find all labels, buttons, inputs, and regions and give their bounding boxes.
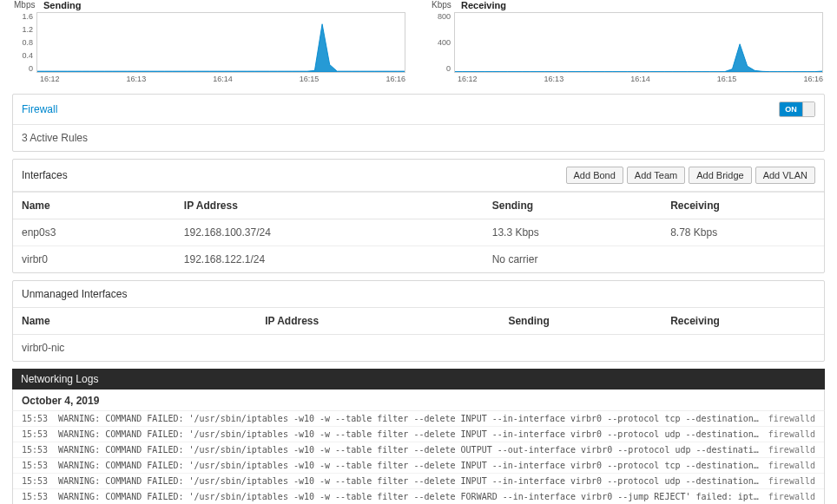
interfaces-title: Interfaces: [22, 169, 68, 181]
add-vlan-button[interactable]: Add VLAN: [755, 167, 815, 184]
x-tick: 16:16: [803, 75, 823, 83]
log-time: 15:53: [22, 414, 53, 423]
chart-sending-yaxis: 1.61.20.80.40: [14, 12, 36, 73]
x-tick: 16:16: [386, 75, 405, 83]
chart-receiving-title: Receiving: [461, 0, 506, 10]
log-message: WARNING: COMMAND_FAILED: '/usr/sbin/ipta…: [58, 476, 761, 486]
log-entry[interactable]: 15:53WARNING: COMMAND_FAILED: '/usr/sbin…: [13, 489, 824, 504]
log-source: firewalld: [767, 461, 815, 470]
log-source: firewalld: [767, 414, 815, 423]
unmanaged-col-name: Name: [13, 308, 256, 335]
x-tick: 16:14: [630, 75, 650, 83]
unmanaged-table: Name IP Address Sending Receiving virbr0…: [13, 307, 824, 361]
chart-sending-title: Sending: [43, 0, 81, 10]
log-source: firewalld: [767, 492, 815, 501]
x-tick: 16:13: [544, 75, 564, 83]
unmanaged-panel: Unmanaged Interfaces Name IP Address Sen…: [12, 280, 825, 362]
cell-ip: 192.168.122.1/24: [175, 246, 484, 273]
log-time: 15:53: [22, 461, 53, 470]
x-tick: 16:14: [213, 75, 233, 83]
chart-sending-unit: Mbps: [14, 0, 35, 10]
log-entry[interactable]: 15:53WARNING: COMMAND_FAILED: '/usr/sbin…: [13, 427, 824, 442]
chart-receiving-plot: [454, 12, 823, 73]
cell-recv: [662, 246, 824, 273]
x-tick: 16:12: [458, 75, 478, 83]
log-message: WARNING: COMMAND_FAILED: '/usr/sbin/ipta…: [58, 445, 761, 455]
y-tick: 800: [432, 12, 451, 21]
firewall-toggle[interactable]: ON: [779, 101, 815, 117]
table-row[interactable]: virbr0192.168.122.1/24No carrier: [13, 246, 824, 273]
cell-name: virbr0: [13, 246, 175, 273]
chart-receiving-xaxis: 16:1216:1316:1416:1516:16: [458, 73, 823, 83]
x-tick: 16:15: [300, 75, 320, 83]
add-bridge-button[interactable]: Add Bridge: [689, 167, 751, 184]
log-time: 15:53: [22, 429, 53, 439]
interfaces-col-ip: IP Address: [175, 193, 484, 219]
log-message: WARNING: COMMAND_FAILED: '/usr/sbin/ipta…: [58, 461, 761, 470]
x-tick: 16:13: [127, 75, 147, 83]
chart-receiving-unit: Kbps: [432, 0, 451, 10]
interfaces-col-name: Name: [13, 193, 175, 219]
add-team-button[interactable]: Add Team: [627, 167, 685, 184]
y-tick: 0: [432, 64, 451, 73]
log-source: firewalld: [767, 445, 815, 455]
unmanaged-title: Unmanaged Interfaces: [22, 288, 127, 300]
log-entry[interactable]: 15:53WARNING: COMMAND_FAILED: '/usr/sbin…: [13, 411, 824, 427]
log-source: firewalld: [767, 429, 815, 439]
chart-sending-plot: [36, 12, 405, 73]
y-tick: 1.6: [14, 12, 33, 21]
logs-date: October 4, 2019: [12, 389, 825, 411]
log-message: WARNING: COMMAND_FAILED: '/usr/sbin/ipta…: [58, 429, 761, 439]
interfaces-table: Name IP Address Sending Receiving enp0s3…: [13, 192, 824, 272]
cell-name: virbr0-nic: [13, 335, 256, 362]
cell-name: enp0s3: [13, 219, 175, 246]
x-tick: 16:12: [40, 75, 60, 83]
y-tick: 1.2: [14, 25, 33, 34]
table-row[interactable]: virbr0-nic: [13, 335, 824, 362]
firewall-panel: Firewall ON 3 Active Rules: [12, 94, 825, 152]
y-tick: 0: [14, 64, 33, 73]
interfaces-col-send: Sending: [484, 193, 662, 219]
logs-panel: Networking Logs October 4, 2019 15:53WAR…: [12, 369, 825, 504]
chart-sending-xaxis: 16:1216:1316:1416:1516:16: [40, 73, 405, 83]
unmanaged-col-send: Sending: [499, 308, 662, 335]
firewall-toggle-label: ON: [780, 102, 802, 116]
log-time: 15:53: [22, 476, 53, 486]
cell-send: No carrier: [484, 246, 662, 273]
chart-receiving: Kbps Receiving 8004000 16:1216:1316:1416…: [432, 0, 823, 83]
chart-receiving-yaxis: 8004000: [432, 12, 454, 73]
firewall-link[interactable]: Firewall: [22, 103, 57, 115]
x-tick: 16:15: [717, 75, 737, 83]
log-source: firewalld: [767, 476, 815, 486]
add-bond-button[interactable]: Add Bond: [566, 167, 623, 184]
unmanaged-col-ip: IP Address: [256, 308, 499, 335]
cell-ip: [256, 335, 499, 362]
y-tick: 0.8: [14, 38, 33, 47]
cell-send: [499, 335, 662, 362]
log-entry[interactable]: 15:53WARNING: COMMAND_FAILED: '/usr/sbin…: [13, 458, 824, 474]
cell-recv: [662, 335, 824, 362]
interfaces-panel: Interfaces Add Bond Add Team Add Bridge …: [12, 159, 825, 273]
cell-send: 13.3 Kbps: [484, 219, 662, 246]
cell-recv: 8.78 Kbps: [662, 219, 824, 246]
unmanaged-col-recv: Receiving: [662, 308, 824, 335]
log-entry[interactable]: 15:53WARNING: COMMAND_FAILED: '/usr/sbin…: [13, 442, 824, 458]
logs-title: Networking Logs: [12, 369, 825, 389]
log-message: WARNING: COMMAND_FAILED: '/usr/sbin/ipta…: [58, 492, 761, 501]
y-tick: 400: [432, 38, 451, 47]
log-time: 15:53: [22, 445, 53, 455]
interfaces-col-recv: Receiving: [662, 193, 824, 219]
cell-ip: 192.168.100.37/24: [175, 219, 484, 246]
y-tick: 0.4: [14, 51, 33, 60]
firewall-toggle-knob: [802, 102, 814, 116]
chart-sending: Mbps Sending 1.61.20.80.40 16:1216:1316:…: [14, 0, 405, 83]
firewall-status: 3 Active Rules: [13, 125, 824, 151]
log-time: 15:53: [22, 492, 53, 501]
log-message: WARNING: COMMAND_FAILED: '/usr/sbin/ipta…: [58, 414, 761, 423]
table-row[interactable]: enp0s3192.168.100.37/2413.3 Kbps8.78 Kbp…: [13, 219, 824, 246]
log-entry[interactable]: 15:53WARNING: COMMAND_FAILED: '/usr/sbin…: [13, 474, 824, 489]
